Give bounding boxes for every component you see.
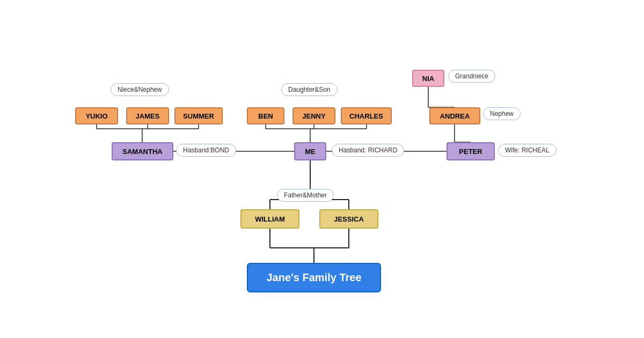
nephew-note: Nephew [483, 107, 521, 120]
father-mother-label: Father&Mother [277, 189, 334, 202]
yukio-node[interactable]: YUKIO [75, 107, 118, 124]
william-node[interactable]: WILLIAM [240, 209, 299, 229]
ben-node[interactable]: BEN [247, 107, 284, 124]
hasband-bond-note: Hasband:BOND [176, 144, 236, 157]
family-tree-canvas: Jane's Family Tree WILLIAM JESSICA Fathe… [0, 0, 644, 338]
jane-node[interactable]: Jane's Family Tree [247, 263, 381, 292]
summer-node[interactable]: SUMMER [174, 107, 223, 124]
james-node[interactable]: JAMES [126, 107, 169, 124]
nia-node[interactable]: NIA [412, 70, 444, 87]
grandniece-note: Grandniece [448, 70, 495, 83]
andrea-node[interactable]: ANDREA [429, 107, 480, 124]
jessica-node[interactable]: JESSICA [319, 209, 378, 229]
jenny-node[interactable]: JENNY [292, 107, 335, 124]
hasband-richard-note: Hasband: RICHARD [332, 144, 404, 157]
daughter-son-label: Daughter&Son [281, 83, 338, 96]
me-node[interactable]: ME [294, 142, 326, 160]
samantha-node[interactable]: SAMANTHA [112, 142, 173, 160]
peter-node[interactable]: PETER [447, 142, 495, 160]
niece-nephew-label: Niece&Nephew [111, 83, 169, 96]
charles-node[interactable]: CHARLES [341, 107, 392, 124]
wife-richeal-note: Wife: RICHEAL [498, 144, 557, 157]
